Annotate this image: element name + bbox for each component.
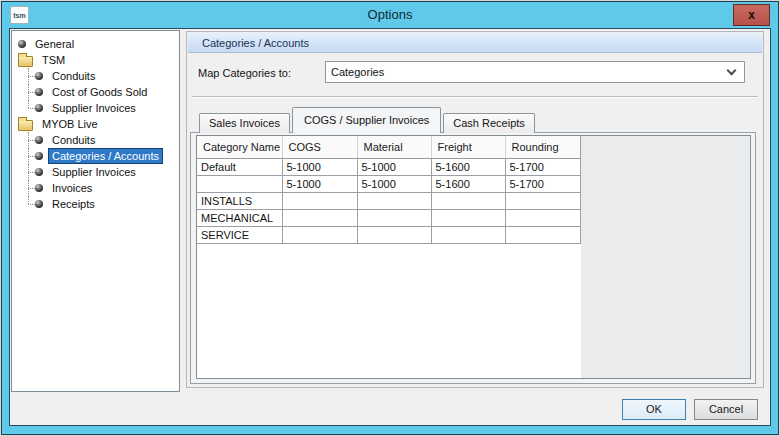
sidebar-item-label: Invoices [49, 181, 95, 195]
tree-connector [22, 132, 35, 148]
sidebar-item-label: Cost of Goods Sold [49, 85, 150, 99]
sidebar-item-label: Receipts [49, 197, 98, 211]
table-body: Default5-10005-10005-16005-17005-10005-1… [197, 158, 580, 243]
grid-column-header-rounding[interactable]: Rounding [505, 136, 580, 158]
tree-connector [22, 84, 35, 100]
sidebar-item-label: MYOB Live [39, 117, 101, 131]
bullet-icon [35, 88, 43, 96]
sidebar-item-conduits[interactable]: Conduits [12, 68, 179, 84]
grid-cell[interactable] [282, 226, 357, 243]
grid-cell[interactable]: 5-1000 [357, 175, 431, 192]
grid-cell[interactable]: SERVICE [197, 226, 282, 243]
grid-cell[interactable]: 5-1000 [282, 158, 357, 175]
grid-cell[interactable] [431, 209, 505, 226]
sidebar-item-label: General [32, 37, 77, 51]
grid-cell[interactable] [357, 226, 431, 243]
tab-strip: Sales InvoicesCOGS / Supplier InvoicesCa… [199, 112, 537, 133]
bullet-icon [35, 136, 43, 144]
accounts-grid[interactable]: Category NameCOGSMaterialFreightRounding… [196, 135, 751, 379]
panel-header: Categories / Accounts [188, 33, 762, 53]
grid-cell[interactable] [505, 209, 580, 226]
grid-cell[interactable]: Default [197, 158, 282, 175]
table-header-row: Category NameCOGSMaterialFreightRounding [197, 136, 580, 158]
close-button[interactable]: x [733, 4, 770, 26]
grid-cell[interactable] [431, 192, 505, 209]
sidebar-item-label: Supplier Invoices [49, 101, 139, 115]
grid-cell[interactable] [505, 226, 580, 243]
categories-accounts-panel: Categories / Accounts Map Categories to:… [186, 31, 764, 388]
grid-cell[interactable]: 5-1000 [282, 175, 357, 192]
bullet-icon [35, 104, 43, 112]
grid-cell[interactable]: 5-1600 [431, 175, 505, 192]
bullet-icon [35, 184, 43, 192]
map-categories-label: Map Categories to: [198, 67, 291, 79]
sidebar-item-invoices[interactable]: Invoices [12, 180, 179, 196]
tab-page: Category NameCOGSMaterialFreightRounding… [190, 132, 756, 384]
table-row: Default5-10005-10005-16005-1700 [197, 158, 580, 175]
window-frame: tsm Options x GeneralTSMConduitsCost of … [1, 1, 779, 435]
sidebar-item-supplier-invoices[interactable]: Supplier Invoices [12, 100, 179, 116]
tree-connector [22, 68, 35, 84]
grid-cell[interactable] [505, 192, 580, 209]
folder-icon [18, 120, 33, 131]
bullet-icon [35, 168, 43, 176]
table-row: MECHANICAL [197, 209, 580, 226]
sidebar-item-categories-accounts[interactable]: Categories / Accounts [12, 148, 179, 164]
grid-cell[interactable]: 5-1700 [505, 158, 580, 175]
grid-column-header-material[interactable]: Material [357, 136, 431, 158]
table-row: INSTALLS [197, 192, 580, 209]
accounts-table: Category NameCOGSMaterialFreightRounding… [197, 136, 581, 244]
cancel-button[interactable]: Cancel [694, 399, 758, 420]
sidebar-item-receipts[interactable]: Receipts [12, 196, 179, 212]
bullet-icon [35, 200, 43, 208]
chevron-down-icon [727, 66, 737, 76]
folder-icon [18, 56, 33, 67]
tree-connector [22, 148, 35, 164]
ok-button[interactable]: OK [622, 399, 686, 420]
sidebar-item-supplier-invoices[interactable]: Supplier Invoices [12, 164, 179, 180]
bullet-icon [35, 152, 43, 160]
tree-connector [22, 196, 35, 212]
sidebar-item-label: Conduits [49, 133, 98, 147]
grid-column-header-cogs[interactable]: COGS [282, 136, 357, 158]
grid-column-header-category-name[interactable]: Category Name [197, 136, 282, 158]
bullet-icon [35, 72, 43, 80]
grid-cell[interactable] [357, 209, 431, 226]
bullet-icon [18, 40, 26, 48]
grid-cell[interactable]: 5-1600 [431, 158, 505, 175]
sidebar-item-tsm[interactable]: TSM [12, 52, 179, 68]
sidebar-item-label: TSM [39, 53, 68, 67]
grid-column-header-freight[interactable]: Freight [431, 136, 505, 158]
separator-line [192, 96, 758, 98]
tree-connector [22, 180, 35, 196]
map-categories-select[interactable]: Categories [325, 61, 745, 83]
sidebar-item-label: Categories / Accounts [49, 149, 162, 163]
tab-cogs-supplier-invoices[interactable]: COGS / Supplier Invoices [292, 107, 441, 133]
grid-cell[interactable] [282, 192, 357, 209]
grid-cell[interactable]: 5-1000 [357, 158, 431, 175]
tab-sales-invoices[interactable]: Sales Invoices [199, 113, 290, 133]
grid-cell[interactable]: 5-1700 [505, 175, 580, 192]
sidebar-item-label: Conduits [49, 69, 98, 83]
grid-cell[interactable] [431, 226, 505, 243]
grid-cell[interactable]: MECHANICAL [197, 209, 282, 226]
sidebar-item-myob-live[interactable]: MYOB Live [12, 116, 179, 132]
sidebar-item-cost-of-goods-sold[interactable]: Cost of Goods Sold [12, 84, 179, 100]
grid-cell[interactable] [197, 175, 282, 192]
map-categories-value: Categories [331, 66, 384, 78]
table-row: SERVICE [197, 226, 580, 243]
sidebar-item-conduits[interactable]: Conduits [12, 132, 179, 148]
options-tree[interactable]: GeneralTSMConduitsCost of Goods SoldSupp… [11, 30, 180, 392]
grid-cell[interactable] [282, 209, 357, 226]
dialog-client-area: GeneralTSMConduitsCost of Goods SoldSupp… [9, 28, 771, 426]
grid-cell[interactable]: INSTALLS [197, 192, 282, 209]
tree-connector [22, 100, 35, 116]
tree-connector [22, 164, 35, 180]
sidebar-item-label: Supplier Invoices [49, 165, 139, 179]
titlebar[interactable]: tsm Options x [2, 2, 778, 28]
grid-cell[interactable] [357, 192, 431, 209]
tab-cash-receipts[interactable]: Cash Receipts [443, 113, 535, 133]
table-row: 5-10005-10005-16005-1700 [197, 175, 580, 192]
sidebar-item-general[interactable]: General [12, 36, 179, 52]
window-title: Options [2, 2, 778, 28]
